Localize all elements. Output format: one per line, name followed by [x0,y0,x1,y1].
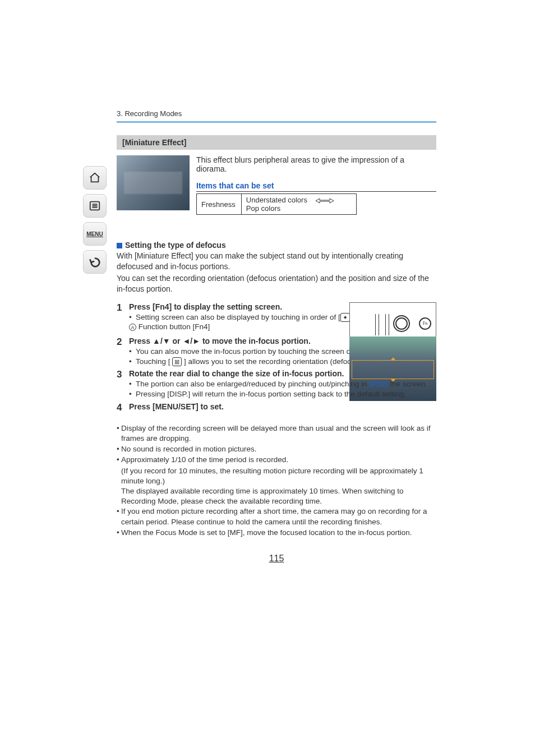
back-button[interactable] [83,250,107,274]
defocus-p1: With [Miniature Effect] you can make the… [117,251,436,272]
fn-button-callout: Fn [419,317,431,330]
step-4-title: Press [MENU/SET] to set. [129,402,436,411]
items-table: Freshness Understated colors Pop colors [196,193,357,215]
note-2: No sound is recorded in motion pictures. [117,444,436,454]
items-cell-2: Understated colors Pop colors [241,194,356,215]
sidebar: MENU [83,166,107,278]
toc-icon [89,200,101,212]
home-icon [89,172,101,184]
step-3: 3 Rotate the rear dial to change the siz… [117,369,436,399]
home-button[interactable] [83,166,107,190]
page-number: 115 [117,554,436,564]
double-arrow-icon [315,198,334,204]
note-3b: The displayed available recording time i… [117,486,436,506]
step-1: 1 Press [Fn4] to display the setting scr… [117,302,436,331]
menu-button[interactable]: MENU [83,222,107,246]
step-3-bullet-1: The portion can also be enlarged/reduced… [129,379,436,389]
filter-icon: ✦ [340,313,350,322]
step-3-bullet-2: Pressing [DISP.] will return the in-focu… [129,389,436,399]
note-3a: (If you record for 10 minutes, the resul… [117,466,436,486]
callout-letter-a: A [129,324,136,331]
back-icon [89,256,101,268]
note-1: Display of the recording screen will be … [117,423,436,444]
notes-section: Display of the recording screen will be … [117,423,436,538]
toc-button[interactable] [83,194,107,218]
defocus-p2: You can set the recording orientation (d… [117,273,436,294]
items-heading: Items that can be set [196,181,436,192]
items-cell-1: Freshness [197,194,242,215]
square-bullet-icon [117,243,122,248]
menu-label: MENU [86,231,103,237]
step-2: 2 Press ▲/▼ or ◄/► to move the in-focus … [117,336,436,367]
example-thumbnail [117,155,190,210]
intro-text: This effect blurs peripheral areas to gi… [196,155,436,173]
section-title: [Miniature Effect] [117,135,436,150]
defocus-heading: Setting the type of defocus [117,241,436,250]
note-4: If you end motion picture recording afte… [117,506,436,527]
step-3-title: Rotate the rear dial to change the size … [129,369,353,378]
note-5: When the Focus Mode is set to [MF], move… [117,528,436,538]
orientation-icon: ⊞ [172,357,182,366]
note-3: Approximately 1/10 of the time period is… [117,455,436,465]
p59-link[interactable]: (P59) [370,380,388,388]
step-4: 4 Press [MENU/SET] to set. [117,402,436,413]
breadcrumb: 3. Recording Modes [117,109,436,123]
